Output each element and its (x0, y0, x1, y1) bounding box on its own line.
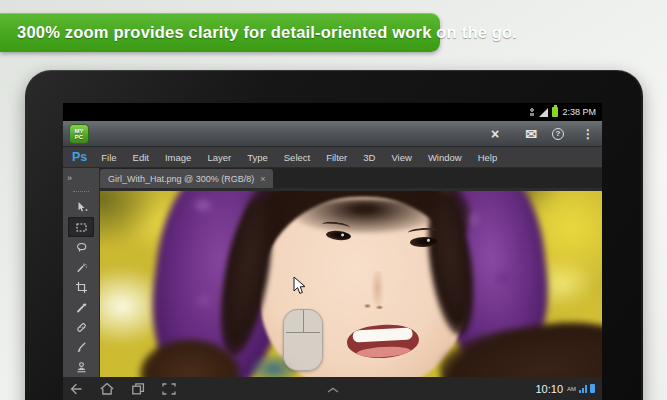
recent-apps-button[interactable] (129, 380, 147, 398)
menu-file[interactable]: File (101, 152, 116, 163)
brush-icon (75, 341, 88, 354)
remote-mouse-cursor (293, 276, 307, 300)
tray-battery-icon (590, 384, 595, 393)
nav-buttons (67, 380, 178, 398)
document-tab-title: Girl_With_Hat.png @ 300% (RGB/8) (108, 174, 254, 184)
menu-type[interactable]: Type (247, 152, 268, 163)
mail-icon[interactable]: ✉ (520, 122, 542, 146)
signal-strength-icon (539, 108, 548, 117)
crop-icon (75, 281, 88, 294)
menu-window[interactable]: Window (428, 152, 462, 163)
promo-banner-text: 300% zoom provides clarity for detail-or… (17, 23, 517, 42)
toolbar-grip (73, 191, 89, 193)
help-icon[interactable]: ? (552, 128, 564, 140)
system-tray[interactable]: 10:10 AM (535, 377, 595, 400)
magic-wand-tool[interactable] (68, 257, 94, 277)
mypc-logo: MY PC (69, 124, 89, 144)
photoshop-canvas[interactable] (100, 188, 602, 377)
move-tool[interactable] (68, 197, 94, 217)
menu-3d[interactable]: 3D (363, 152, 375, 163)
promo-banner: 300% zoom provides clarity for detail-or… (0, 13, 440, 52)
home-icon (99, 381, 115, 397)
eyedropper-tool[interactable] (68, 297, 94, 317)
status-bar-clock: 2:38 PM (562, 107, 596, 117)
back-icon (68, 381, 84, 397)
lasso-icon (75, 241, 88, 254)
menu-image[interactable]: Image (165, 152, 191, 163)
android-status-bar: 2:38 PM (63, 103, 602, 121)
back-button[interactable] (67, 380, 85, 398)
photoshop-menu-bar: Ps File Edit Image Layer Type Select Fil… (63, 147, 602, 168)
brush-tool[interactable] (68, 337, 94, 357)
tray-clock-meridiem: AM (567, 386, 576, 392)
magic-wand-icon (75, 261, 88, 274)
photoshop-logo: Ps (72, 150, 87, 164)
menu-layer[interactable]: Layer (207, 152, 231, 163)
photo-eye-right (410, 237, 438, 248)
android-nav-bar: 10:10 AM (63, 377, 602, 400)
caret-up-icon (325, 386, 341, 394)
healing-brush-tool[interactable] (68, 317, 94, 337)
rectangular-marquee-tool[interactable] (68, 217, 94, 237)
clone-stamp-tool[interactable] (68, 357, 94, 377)
menu-help[interactable]: Help (478, 152, 498, 163)
close-session-icon[interactable]: × (484, 122, 506, 146)
document-tab-close-icon[interactable]: × (260, 174, 265, 184)
crop-tool[interactable] (68, 277, 94, 297)
photo-eye-left (326, 230, 352, 242)
home-button[interactable] (98, 380, 116, 398)
recent-apps-icon (130, 381, 146, 397)
photoshop-workspace (63, 188, 602, 377)
nav-expand-caret[interactable] (325, 380, 341, 398)
photoshop-toolbar (63, 188, 100, 377)
tray-clock: 10:10 (535, 383, 563, 395)
photo-nose (362, 271, 384, 309)
virtual-mouse-widget[interactable] (283, 309, 323, 371)
menu-select[interactable]: Select (284, 152, 310, 163)
screenshot-icon (161, 381, 177, 397)
healing-brush-icon (75, 321, 88, 334)
promo-screenshot: 300% zoom provides clarity for detail-or… (0, 0, 667, 400)
overflow-menu-icon[interactable]: ⋮ (582, 122, 594, 146)
screenshot-button[interactable] (160, 380, 178, 398)
tray-signal-icon (579, 385, 587, 393)
menu-filter[interactable]: Filter (326, 152, 347, 163)
battery-icon (552, 107, 558, 117)
rectangular-marquee-icon (75, 221, 88, 234)
document-tab[interactable]: Girl_With_Hat.png @ 300% (RGB/8) × (100, 169, 273, 188)
girl-with-hat-photo (100, 191, 602, 377)
menu-view[interactable]: View (391, 152, 411, 163)
move-tool-icon (75, 201, 88, 214)
tools-panel-header[interactable]: » (63, 168, 100, 188)
tablet-screen: 2:38 PM MY PC × ✉ ? ⋮ Ps File Edit Image (63, 103, 602, 400)
menu-edit[interactable]: Edit (133, 152, 149, 163)
clone-stamp-icon (75, 361, 88, 374)
photo-eyebrow-right (408, 227, 438, 237)
eyedropper-icon (75, 301, 88, 314)
document-tab-bar: » Girl_With_Hat.png @ 300% (RGB/8) × (63, 168, 602, 188)
notification-icon (529, 108, 535, 116)
lasso-tool[interactable] (68, 237, 94, 257)
photo-smile (346, 323, 420, 360)
panel-expand-icon: » (67, 173, 72, 183)
tablet-device: 2:38 PM MY PC × ✉ ? ⋮ Ps File Edit Image (25, 70, 643, 400)
mypc-app-bar: MY PC × ✉ ? ⋮ (63, 121, 602, 147)
